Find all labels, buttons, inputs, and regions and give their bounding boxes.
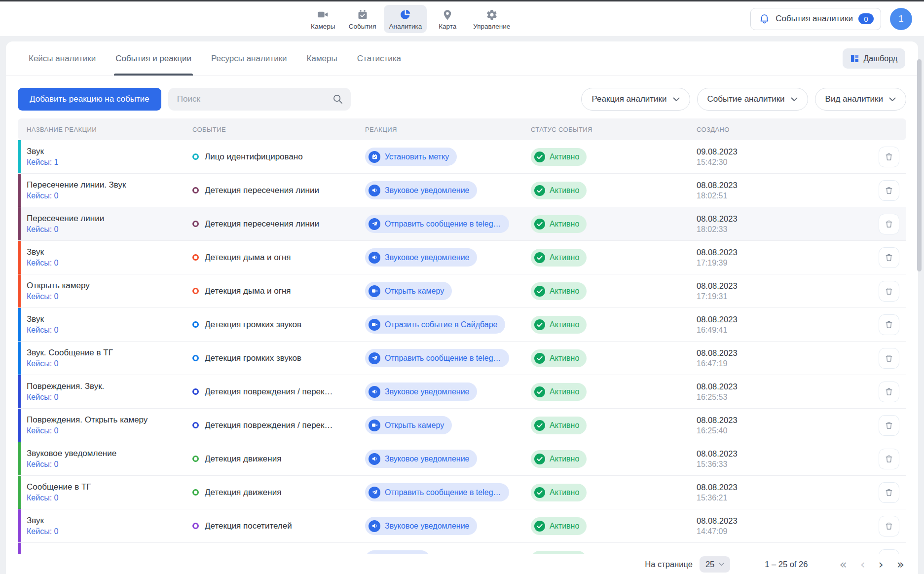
filter-label: Вид аналитики — [825, 94, 883, 104]
delete-button[interactable] — [879, 281, 899, 302]
cases-link[interactable]: Кейсы: 0 — [27, 225, 58, 234]
table-row[interactable]: ЗвукКейсы: 1 Лицо идентифицировано Устан… — [18, 140, 906, 174]
cases-link[interactable]: Кейсы: 1 — [27, 158, 58, 167]
table-row[interactable]: Сообщение в ТГКейсы: 0 Детекция движения… — [18, 476, 906, 509]
status-badge: Активно — [531, 182, 587, 199]
created-date: 08.08.2023 — [697, 483, 738, 492]
scrollbar-thumb[interactable] — [917, 59, 922, 271]
row-accent-bar — [18, 509, 21, 542]
delete-button[interactable] — [879, 449, 899, 469]
reaction-name: Пересечение линии. Звук — [27, 180, 126, 190]
per-page-label: На странице — [645, 560, 693, 569]
check-icon — [534, 286, 545, 297]
table-row[interactable]: Повреждения. Звук.Кейсы: 0 Детекция повр… — [18, 375, 906, 409]
cases-link[interactable]: Кейсы: 0 — [27, 426, 58, 435]
cases-link[interactable]: Кейсы: 0 — [27, 326, 58, 335]
table-row[interactable]: ЗвукКейсы: 0 Детекция громких звуков Отр… — [18, 308, 906, 342]
delete-button[interactable] — [879, 382, 899, 402]
table-row[interactable]: Звук. Сообщение в ТГКейсы: 0 Детекция гр… — [18, 342, 906, 375]
row-accent-bar — [18, 140, 21, 173]
tab-events-and-reactions[interactable]: События и реакции — [115, 41, 191, 76]
nav-item-cameras[interactable]: Камеры — [305, 5, 341, 33]
per-page-select[interactable]: 25 — [700, 556, 730, 573]
main-card: Кейсы аналитики События и реакции Ресурс… — [6, 41, 918, 574]
filter-event-dropdown[interactable]: Событие аналитики — [697, 88, 808, 111]
delete-button[interactable] — [879, 348, 899, 369]
nav-label: Карта — [439, 23, 456, 30]
nav-item-events[interactable]: События — [344, 5, 381, 33]
filter-label: Реакция аналитики — [591, 94, 666, 104]
status-label: Активно — [550, 287, 579, 296]
created-time: 16:25:40 — [697, 426, 727, 435]
delete-button[interactable] — [879, 415, 899, 436]
delete-button[interactable] — [879, 214, 899, 234]
event-name: Детекция дыма и огня — [205, 253, 291, 263]
event-type-icon — [192, 254, 199, 261]
table-row[interactable]: Пересечение линии. ЗвукКейсы: 0 Детекция… — [18, 174, 906, 207]
filter-reaction-dropdown[interactable]: Реакция аналитики — [581, 88, 690, 111]
row-accent-bar — [18, 207, 21, 240]
nav-item-analytics[interactable]: Аналитика — [384, 5, 427, 33]
status-badge: Активно — [531, 249, 587, 267]
filter-type-dropdown[interactable]: Вид аналитики — [815, 88, 906, 111]
toolbar: Добавить реакцию на событие Реакция анал… — [6, 76, 918, 118]
add-reaction-button[interactable]: Добавить реакцию на событие — [18, 88, 161, 111]
table-row[interactable]: Открыть камеруКейсы: 0 Детекция дыма и о… — [18, 274, 906, 308]
tab-statistics[interactable]: Статистика — [357, 41, 401, 76]
cases-link[interactable]: Кейсы: 0 — [27, 527, 58, 536]
nav-item-map[interactable]: Карта — [430, 5, 465, 33]
last-page-icon[interactable]: » — [897, 558, 904, 571]
status-label: Активно — [550, 421, 579, 430]
row-accent-bar — [18, 409, 21, 442]
cases-link[interactable]: Кейсы: 0 — [27, 191, 58, 200]
table-row[interactable]: ЗвукКейсы: 0 Детекция посетителей Звуков… — [18, 509, 906, 543]
cases-link[interactable]: Кейсы: 0 — [27, 494, 58, 502]
delete-button[interactable] — [879, 314, 899, 335]
nav-label: Управление — [473, 23, 510, 30]
table-row[interactable]: Пересечение линииКейсы: 0 Детекция перес… — [18, 207, 906, 241]
table-row[interactable]: Звуковое уведомлениеКейсы: 0 Детекция дв… — [18, 442, 906, 476]
created-time: 16:47:19 — [697, 359, 727, 368]
delete-button[interactable] — [879, 247, 899, 268]
tab-cameras[interactable]: Камеры — [307, 41, 337, 76]
reaction-icon — [369, 185, 380, 196]
cases-link[interactable]: Кейсы: 0 — [27, 259, 58, 268]
delete-button[interactable] — [879, 180, 899, 201]
check-icon — [534, 319, 545, 330]
delete-button[interactable] — [879, 482, 899, 503]
next-page-icon[interactable]: › — [879, 558, 884, 571]
row-accent-bar — [18, 241, 21, 274]
cases-link[interactable]: Кейсы: 0 — [27, 359, 58, 368]
nav-item-management[interactable]: Управление — [468, 5, 515, 33]
table-row[interactable]: Повреждения. Открыть камеруКейсы: 0 Дете… — [18, 409, 906, 442]
notification-count-badge: 0 — [858, 13, 874, 24]
analytics-events-button[interactable]: События аналитики 0 — [750, 8, 881, 30]
reaction-name: Звук — [27, 314, 44, 324]
delete-button[interactable] — [879, 147, 899, 167]
cases-link[interactable]: Кейсы: 0 — [27, 292, 58, 301]
table-header: НАЗВАНИЕ РЕАКЦИИ СОБЫТИЕ РЕАКЦИЯ СТАТУС … — [18, 118, 906, 140]
reaction-name: Сообщение в ТГ — [27, 482, 91, 492]
trash-icon — [885, 455, 893, 463]
first-page-icon[interactable]: « — [839, 558, 847, 571]
trash-icon — [885, 253, 893, 262]
delete-button[interactable] — [879, 516, 899, 536]
dashboard-button[interactable]: Дашборд — [843, 48, 906, 69]
check-icon — [534, 386, 545, 397]
avatar[interactable]: 1 — [890, 8, 912, 30]
created-time: 17:19:39 — [697, 259, 727, 268]
cases-link[interactable]: Кейсы: 0 — [27, 393, 58, 402]
event-type-icon — [192, 523, 199, 529]
cases-link[interactable]: Кейсы: 0 — [27, 460, 58, 469]
previous-page-icon[interactable]: ‹ — [860, 558, 865, 571]
created-date: 08.08.2023 — [697, 281, 738, 291]
reaction-icon — [369, 285, 380, 297]
table-row[interactable]: ЗвукКейсы: 0 Детекция дыма и огня Звуков… — [18, 241, 906, 274]
search-input[interactable] — [168, 88, 351, 111]
status-label: Активно — [550, 220, 579, 229]
reaction-icon — [369, 218, 380, 230]
tab-analytics-resources[interactable]: Ресурсы аналитики — [211, 41, 287, 76]
row-accent-bar — [18, 476, 21, 509]
calendar-check-icon — [357, 8, 369, 21]
tab-analytics-cases[interactable]: Кейсы аналитики — [29, 41, 96, 76]
